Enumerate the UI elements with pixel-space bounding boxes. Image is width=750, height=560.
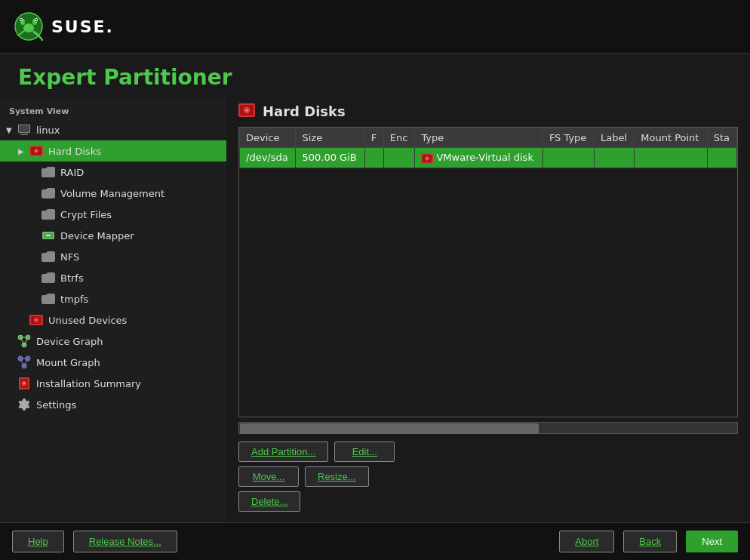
col-device: Device bbox=[240, 128, 296, 148]
installation-summary-icon bbox=[17, 376, 32, 391]
mount-graph-icon bbox=[17, 355, 32, 370]
sidebar-label-device-graph: Device Graph bbox=[36, 336, 103, 347]
col-sta: Sta bbox=[707, 128, 736, 148]
sidebar-label-device-mapper: Device Mapper bbox=[60, 230, 134, 242]
panel-header: Hard Disks bbox=[238, 103, 738, 119]
back-button[interactable]: Back bbox=[623, 531, 677, 552]
content-row: System View ▼ linux ▶ Hard Disks bbox=[0, 97, 750, 522]
suse-brand-text: SUSE. bbox=[51, 17, 114, 36]
sidebar-label-linux: linux bbox=[36, 125, 60, 136]
abort-button[interactable]: Abort bbox=[559, 531, 614, 552]
sidebar-item-device-mapper[interactable]: Device Mapper bbox=[0, 225, 226, 246]
svg-rect-10 bbox=[19, 125, 29, 132]
sidebar-item-volume-management[interactable]: Volume Management bbox=[0, 183, 226, 204]
svg-point-21 bbox=[35, 319, 37, 321]
table-row[interactable]: /dev/sda500.00 GiBVMware-Virtual disk bbox=[240, 148, 737, 168]
partition-table-body: /dev/sda500.00 GiBVMware-Virtual disk bbox=[240, 148, 737, 168]
folder-tmpfs-icon bbox=[41, 291, 56, 306]
sidebar-item-linux[interactable]: ▼ linux bbox=[0, 119, 226, 140]
cell-f bbox=[364, 148, 383, 168]
suse-gecko-icon bbox=[12, 10, 45, 43]
sidebar-label-nfs: NFS bbox=[60, 251, 79, 263]
sidebar-item-raid[interactable]: RAID bbox=[0, 162, 226, 183]
button-row-2: Move... Resize... bbox=[238, 466, 738, 487]
col-fs-type: FS Type bbox=[543, 128, 594, 148]
partition-table: Device Size F Enc Type FS Type Label Mou… bbox=[239, 128, 737, 168]
cell-type: VMware-Virtual disk bbox=[415, 148, 543, 168]
next-button[interactable]: Next bbox=[686, 531, 738, 552]
col-size: Size bbox=[296, 128, 364, 148]
col-type: Type bbox=[415, 128, 543, 148]
sidebar-label-btrfs: Btrfs bbox=[60, 272, 84, 284]
sidebar-item-mount-graph[interactable]: Mount Graph bbox=[0, 352, 226, 373]
folder-btrfs-icon bbox=[41, 270, 56, 285]
page-title: Expert Partitioner bbox=[18, 65, 732, 90]
folder-nfs-icon bbox=[41, 249, 56, 264]
svg-point-7 bbox=[35, 19, 37, 20]
device-graph-icon bbox=[17, 334, 32, 349]
cell-device: /dev/sda bbox=[240, 148, 296, 168]
svg-point-6 bbox=[20, 19, 22, 20]
move-button[interactable]: Move... bbox=[238, 466, 299, 487]
sidebar-item-btrfs[interactable]: Btrfs bbox=[0, 267, 226, 288]
help-button[interactable]: Help bbox=[12, 531, 64, 552]
sidebar-item-unused-devices[interactable]: Unused Devices bbox=[0, 309, 226, 331]
sidebar-label-raid: RAID bbox=[60, 167, 84, 178]
title-bar: Expert Partitioner bbox=[0, 54, 750, 97]
sidebar: System View ▼ linux ▶ Hard Disks bbox=[0, 97, 226, 522]
table-container[interactable]: Device Size F Enc Type FS Type Label Mou… bbox=[238, 127, 738, 417]
bottom-left-buttons: Help Release Notes... bbox=[12, 531, 177, 552]
svg-rect-9 bbox=[20, 134, 28, 135]
cell-label bbox=[594, 148, 634, 168]
folder-crypt-icon bbox=[41, 207, 56, 222]
col-enc: Enc bbox=[383, 128, 415, 148]
topbar: SUSE. bbox=[0, 0, 750, 54]
computer-icon bbox=[17, 122, 32, 137]
sidebar-item-hard-disks[interactable]: ▶ Hard Disks bbox=[0, 140, 226, 162]
folder-raid-icon bbox=[41, 165, 56, 180]
folder-vm-icon bbox=[41, 186, 56, 201]
button-row-1: Add Partition... Edit... bbox=[238, 442, 738, 462]
suse-logo: SUSE. bbox=[12, 10, 114, 43]
settings-gear-icon bbox=[17, 397, 32, 412]
sidebar-label-mount-graph: Mount Graph bbox=[36, 357, 100, 368]
panel-title: Hard Disks bbox=[263, 103, 346, 119]
right-panel: Hard Disks Device Size F Enc Type FS Typ… bbox=[226, 97, 750, 522]
delete-button[interactable]: Delete... bbox=[238, 491, 300, 512]
panel-hd-icon bbox=[238, 103, 255, 119]
sidebar-item-nfs[interactable]: NFS bbox=[0, 246, 226, 267]
sidebar-label-hard-disks: Hard Disks bbox=[48, 146, 101, 157]
sidebar-label-volume-management: Volume Management bbox=[60, 188, 164, 199]
cell-mount_point bbox=[635, 148, 707, 168]
col-mount-point: Mount Point bbox=[635, 128, 707, 148]
edit-button[interactable]: Edit... bbox=[334, 442, 395, 462]
sidebar-label-installation-summary: Installation Summary bbox=[36, 378, 141, 389]
svg-rect-17 bbox=[46, 235, 51, 236]
svg-point-45 bbox=[426, 158, 428, 159]
unused-devices-icon bbox=[29, 312, 44, 328]
resize-button[interactable]: Resize... bbox=[305, 466, 369, 487]
add-partition-button[interactable]: Add Partition... bbox=[238, 442, 328, 462]
hard-disk-icon bbox=[29, 143, 44, 158]
col-label: Label bbox=[594, 128, 634, 148]
col-f: F bbox=[364, 128, 383, 148]
release-notes-button[interactable]: Release Notes... bbox=[73, 531, 177, 552]
arrow-linux: ▼ bbox=[6, 126, 17, 134]
sidebar-item-installation-summary[interactable]: Installation Summary bbox=[0, 373, 226, 394]
sidebar-item-tmpfs[interactable]: tmpfs bbox=[0, 288, 226, 309]
sidebar-label-unused-devices: Unused Devices bbox=[48, 315, 127, 326]
arrow-hard-disks: ▶ bbox=[18, 147, 29, 155]
main-content: Expert Partitioner System View ▼ linux ▶… bbox=[0, 54, 750, 560]
bottom-right-buttons: Abort Back Next bbox=[559, 531, 738, 552]
svg-point-14 bbox=[35, 150, 37, 152]
cell-fs_type bbox=[543, 148, 594, 168]
sidebar-item-crypt-files[interactable]: Crypt Files bbox=[0, 204, 226, 225]
horizontal-scrollbar[interactable] bbox=[238, 422, 738, 434]
sidebar-item-device-graph[interactable]: Device Graph bbox=[0, 331, 226, 352]
scrollbar-thumb bbox=[240, 423, 539, 434]
cell-enc bbox=[383, 148, 415, 168]
button-row-3: Delete... bbox=[238, 491, 738, 512]
svg-point-41 bbox=[246, 109, 248, 112]
sidebar-item-settings[interactable]: Settings bbox=[0, 394, 226, 415]
bottom-bar: Help Release Notes... Abort Back Next bbox=[0, 522, 750, 560]
